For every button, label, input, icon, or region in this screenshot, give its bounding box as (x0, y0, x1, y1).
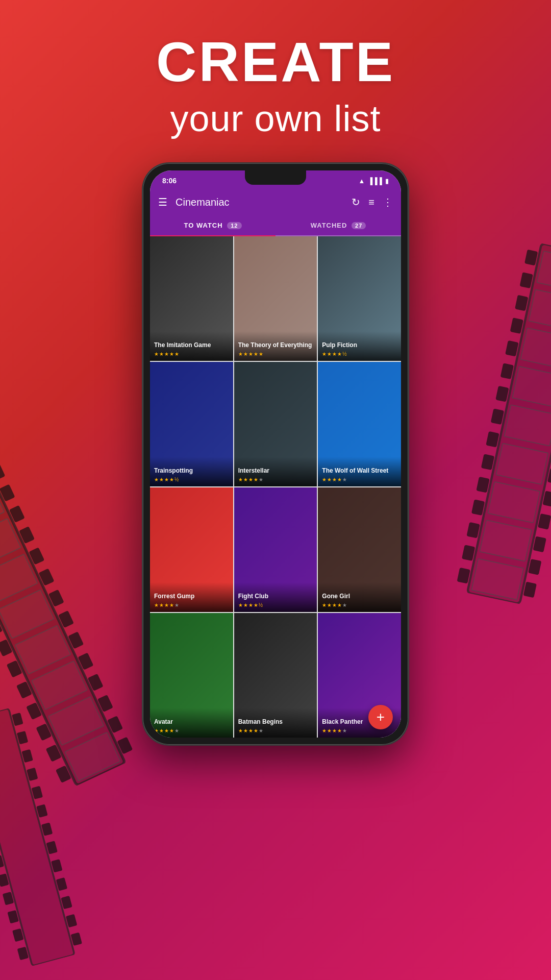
movie-rating-stars: ★★★★★ (322, 602, 397, 608)
star-icon: ★ (332, 728, 337, 733)
star-icon: ★ (243, 728, 248, 733)
movie-card[interactable]: Pulp Fiction★★★★½ (318, 236, 401, 361)
star-icon: ★ (154, 602, 159, 608)
status-time: 8:06 (162, 177, 177, 185)
star-icon: ★ (243, 351, 248, 357)
star-icon: ★ (342, 477, 347, 482)
star-icon: ½ (342, 351, 346, 357)
star-icon: ★ (243, 477, 248, 482)
svg-rect-69 (533, 536, 546, 552)
movie-title: Fight Club (238, 593, 313, 601)
star-icon: ★ (248, 728, 253, 733)
refresh-icon[interactable]: ↻ (352, 196, 360, 208)
battery-icon: ▮ (385, 177, 389, 185)
tab-watched[interactable]: WATCHED 27 (276, 215, 401, 235)
movie-card[interactable]: The Wolf of Wall Street★★★★★ (318, 362, 401, 486)
star-icon: ★ (259, 351, 263, 357)
film-strip-right-decor (434, 236, 551, 611)
movie-card[interactable]: Forrest Gump★★★★★ (150, 487, 233, 612)
movie-card[interactable]: Trainspotting★★★★½ (150, 362, 233, 486)
movie-rating-stars: ★★★★★ (154, 351, 229, 357)
svg-rect-71 (523, 581, 537, 598)
star-icon: ★ (248, 602, 253, 608)
movie-rating-stars: ★★★★★ (154, 602, 229, 608)
movie-rating-stars: ★★★★★ (322, 477, 397, 482)
star-icon: ★ (337, 728, 342, 733)
movie-card[interactable]: The Imitation Game★★★★★ (150, 236, 233, 361)
movie-rating-stars: ★★★★★ (238, 477, 313, 482)
more-options-icon[interactable]: ⋮ (383, 196, 393, 208)
movie-card[interactable]: Avatar★★★★★ (150, 613, 233, 738)
star-icon: ★ (164, 602, 169, 608)
signal-icon: ▐▐▐ (368, 177, 382, 185)
hero-subtitle-text: your own list (0, 97, 551, 139)
star-icon: ★ (243, 602, 248, 608)
star-icon: ½ (174, 477, 179, 482)
menu-icon[interactable]: ☰ (158, 196, 167, 208)
svg-rect-55 (462, 545, 475, 561)
star-icon: ★ (238, 602, 243, 608)
movie-rating-stars: ★★★★★ (154, 728, 229, 733)
star-icon: ★ (169, 602, 174, 608)
star-icon: ★ (332, 351, 337, 357)
star-icon: ★ (327, 728, 332, 733)
star-icon: ★ (169, 351, 174, 357)
star-icon: ★ (174, 602, 179, 608)
star-icon: ★ (238, 351, 243, 357)
star-icon: ★ (159, 602, 164, 608)
movie-card[interactable]: Gone Girl★★★★★ (318, 487, 401, 612)
star-icon: ★ (322, 728, 327, 733)
movie-grid: The Imitation Game★★★★★The Theory of Eve… (150, 236, 401, 738)
movie-title: The Imitation Game (154, 341, 229, 350)
star-icon: ★ (238, 477, 243, 482)
star-icon: ★ (327, 351, 332, 357)
movie-card[interactable]: Fight Club★★★★½ (234, 487, 317, 612)
tab-to-watch[interactable]: TO WATCH 12 (150, 215, 276, 235)
star-icon: ★ (322, 477, 327, 482)
movie-rating-stars: ★★★★½ (154, 477, 229, 482)
movie-card[interactable]: Batman Begins★★★★★ (234, 613, 317, 738)
movie-card[interactable]: The Theory of Everything★★★★★ (234, 236, 317, 361)
tab-watched-badge: 27 (352, 222, 366, 229)
svg-rect-56 (457, 568, 470, 584)
phone-notch (245, 170, 306, 185)
svg-rect-53 (471, 499, 485, 516)
movie-title: Batman Begins (238, 718, 313, 726)
tab-to-watch-badge: 12 (227, 222, 241, 229)
star-icon: ★ (342, 602, 347, 608)
star-icon: ★ (254, 351, 258, 357)
hero-create-text: CREATE (0, 31, 551, 92)
movie-rating-stars: ★★★★½ (238, 602, 313, 608)
star-icon: ★ (174, 351, 179, 357)
hero-section: CREATE your own list (0, 31, 551, 139)
svg-rect-49 (491, 408, 504, 425)
star-icon: ★ (154, 728, 159, 733)
movie-title: Trainspotting (154, 467, 229, 475)
star-icon: ★ (254, 602, 258, 608)
star-icon: ★ (332, 477, 337, 482)
star-icon: ★ (169, 477, 174, 482)
tab-to-watch-label: TO WATCH (184, 222, 223, 229)
star-icon: ★ (342, 728, 347, 733)
star-icon: ★ (174, 728, 179, 733)
app-bar: ☰ Cinemaniac ↻ ≡ ⋮ (150, 189, 401, 215)
list-view-icon[interactable]: ≡ (368, 197, 374, 208)
movie-title: Gone Girl (322, 593, 397, 601)
svg-rect-52 (476, 477, 489, 493)
add-movie-fab[interactable]: + (368, 705, 393, 729)
star-icon: ★ (322, 351, 327, 357)
star-icon: ★ (169, 728, 174, 733)
add-icon: + (377, 709, 385, 725)
status-icons: ▲ ▐▐▐ ▮ (358, 177, 389, 185)
svg-rect-51 (481, 454, 494, 470)
star-icon: ★ (254, 477, 258, 482)
star-icon: ★ (327, 602, 332, 608)
star-icon: ★ (337, 351, 342, 357)
movie-card[interactable]: Interstellar★★★★★ (234, 362, 317, 486)
svg-rect-54 (466, 522, 480, 538)
star-icon: ★ (159, 351, 164, 357)
movie-title: Avatar (154, 718, 229, 726)
star-icon: ★ (164, 477, 169, 482)
star-icon: ★ (332, 602, 337, 608)
movie-title: The Theory of Everything (238, 341, 313, 350)
